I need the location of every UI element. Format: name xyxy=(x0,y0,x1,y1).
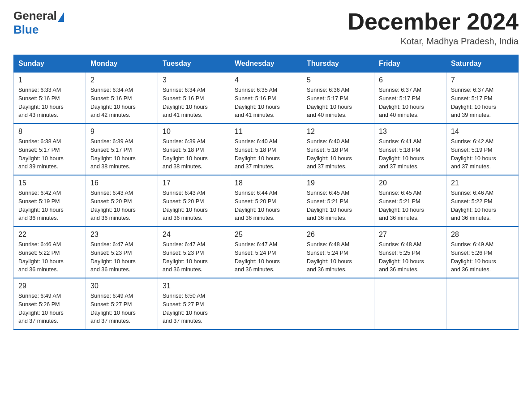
calendar-cell: 2 Sunrise: 6:34 AMSunset: 5:16 PMDayligh… xyxy=(86,73,158,124)
day-number: 12 xyxy=(307,128,369,136)
calendar-cell: 18 Sunrise: 6:44 AMSunset: 5:20 PMDaylig… xyxy=(230,175,302,227)
weekday-header-tuesday: Tuesday xyxy=(158,55,230,73)
calendar-cell: 16 Sunrise: 6:43 AMSunset: 5:20 PMDaylig… xyxy=(86,175,158,227)
calendar-table: SundayMondayTuesdayWednesdayThursdayFrid… xyxy=(13,55,519,330)
week-row-4: 22 Sunrise: 6:46 AMSunset: 5:22 PMDaylig… xyxy=(14,227,519,278)
calendar-cell: 27 Sunrise: 6:48 AMSunset: 5:25 PMDaylig… xyxy=(374,227,446,278)
calendar-cell: 30 Sunrise: 6:49 AMSunset: 5:27 PMDaylig… xyxy=(86,278,158,330)
day-info: Sunrise: 6:45 AMSunset: 5:21 PMDaylight:… xyxy=(307,189,369,223)
calendar-cell: 17 Sunrise: 6:43 AMSunset: 5:20 PMDaylig… xyxy=(158,175,230,227)
logo-blue-text: Blue xyxy=(13,23,39,37)
day-number: 28 xyxy=(451,231,514,239)
day-number: 2 xyxy=(90,76,153,84)
weekday-header-friday: Friday xyxy=(374,55,446,73)
day-info: Sunrise: 6:35 AMSunset: 5:16 PMDaylight:… xyxy=(235,86,297,120)
calendar-cell: 24 Sunrise: 6:47 AMSunset: 5:23 PMDaylig… xyxy=(158,227,230,278)
day-number: 6 xyxy=(379,76,442,84)
calendar-cell: 6 Sunrise: 6:37 AMSunset: 5:17 PMDayligh… xyxy=(374,73,446,124)
day-info: Sunrise: 6:47 AMSunset: 5:23 PMDaylight:… xyxy=(90,240,153,274)
day-info: Sunrise: 6:42 AMSunset: 5:19 PMDaylight:… xyxy=(18,189,81,223)
calendar-cell: 10 Sunrise: 6:39 AMSunset: 5:18 PMDaylig… xyxy=(158,124,230,175)
calendar-cell xyxy=(374,278,446,330)
day-info: Sunrise: 6:34 AMSunset: 5:16 PMDaylight:… xyxy=(163,86,225,120)
calendar-cell: 5 Sunrise: 6:36 AMSunset: 5:17 PMDayligh… xyxy=(302,73,374,124)
calendar-subtitle: Kotar, Madhya Pradesh, India xyxy=(348,36,519,47)
weekday-header-thursday: Thursday xyxy=(302,55,374,73)
calendar-cell xyxy=(446,278,519,330)
calendar-cell: 25 Sunrise: 6:47 AMSunset: 5:24 PMDaylig… xyxy=(230,227,302,278)
day-info: Sunrise: 6:38 AMSunset: 5:17 PMDaylight:… xyxy=(18,137,81,171)
day-number: 17 xyxy=(163,179,225,187)
day-number: 13 xyxy=(379,128,442,136)
calendar-cell xyxy=(302,278,374,330)
calendar-cell: 13 Sunrise: 6:41 AMSunset: 5:18 PMDaylig… xyxy=(374,124,446,175)
day-info: Sunrise: 6:49 AMSunset: 5:26 PMDaylight:… xyxy=(18,292,81,325)
day-info: Sunrise: 6:36 AMSunset: 5:17 PMDaylight:… xyxy=(307,86,369,120)
weekday-header-saturday: Saturday xyxy=(446,55,519,73)
day-info: Sunrise: 6:48 AMSunset: 5:25 PMDaylight:… xyxy=(379,240,442,274)
day-info: Sunrise: 6:39 AMSunset: 5:18 PMDaylight:… xyxy=(163,137,225,171)
weekday-header-sunday: Sunday xyxy=(14,55,86,73)
day-number: 30 xyxy=(90,282,153,290)
day-info: Sunrise: 6:40 AMSunset: 5:18 PMDaylight:… xyxy=(235,137,297,171)
calendar-cell: 8 Sunrise: 6:38 AMSunset: 5:17 PMDayligh… xyxy=(14,124,86,175)
calendar-cell xyxy=(230,278,302,330)
day-number: 8 xyxy=(18,128,81,136)
day-info: Sunrise: 6:37 AMSunset: 5:17 PMDaylight:… xyxy=(379,86,442,120)
day-number: 9 xyxy=(90,128,153,136)
day-number: 7 xyxy=(451,76,514,84)
day-info: Sunrise: 6:39 AMSunset: 5:17 PMDaylight:… xyxy=(90,137,153,171)
calendar-cell: 4 Sunrise: 6:35 AMSunset: 5:16 PMDayligh… xyxy=(230,73,302,124)
weekday-header-row: SundayMondayTuesdayWednesdayThursdayFrid… xyxy=(14,55,519,73)
day-info: Sunrise: 6:46 AMSunset: 5:22 PMDaylight:… xyxy=(18,240,81,274)
page-header: General Blue December 2024 Kotar, Madhya… xyxy=(13,9,519,47)
week-row-2: 8 Sunrise: 6:38 AMSunset: 5:17 PMDayligh… xyxy=(14,124,519,175)
day-number: 20 xyxy=(379,179,442,187)
day-number: 10 xyxy=(163,128,225,136)
day-info: Sunrise: 6:46 AMSunset: 5:22 PMDaylight:… xyxy=(451,189,514,223)
day-number: 25 xyxy=(235,231,297,239)
day-number: 15 xyxy=(18,179,81,187)
day-number: 11 xyxy=(235,128,297,136)
day-info: Sunrise: 6:49 AMSunset: 5:27 PMDaylight:… xyxy=(90,292,153,325)
title-section: December 2024 Kotar, Madhya Pradesh, Ind… xyxy=(348,9,519,47)
day-info: Sunrise: 6:33 AMSunset: 5:16 PMDaylight:… xyxy=(18,86,81,120)
day-number: 22 xyxy=(18,231,81,239)
calendar-cell: 14 Sunrise: 6:42 AMSunset: 5:19 PMDaylig… xyxy=(446,124,519,175)
day-number: 5 xyxy=(307,76,369,84)
calendar-cell: 11 Sunrise: 6:40 AMSunset: 5:18 PMDaylig… xyxy=(230,124,302,175)
day-info: Sunrise: 6:47 AMSunset: 5:24 PMDaylight:… xyxy=(235,240,297,274)
week-row-1: 1 Sunrise: 6:33 AMSunset: 5:16 PMDayligh… xyxy=(14,73,519,124)
day-info: Sunrise: 6:50 AMSunset: 5:27 PMDaylight:… xyxy=(163,292,225,325)
calendar-cell: 29 Sunrise: 6:49 AMSunset: 5:26 PMDaylig… xyxy=(14,278,86,330)
logo-general-text: General xyxy=(13,9,57,23)
calendar-cell: 20 Sunrise: 6:45 AMSunset: 5:21 PMDaylig… xyxy=(374,175,446,227)
day-info: Sunrise: 6:44 AMSunset: 5:20 PMDaylight:… xyxy=(235,189,297,223)
calendar-cell: 7 Sunrise: 6:37 AMSunset: 5:17 PMDayligh… xyxy=(446,73,519,124)
day-info: Sunrise: 6:37 AMSunset: 5:17 PMDaylight:… xyxy=(451,86,514,120)
calendar-cell: 21 Sunrise: 6:46 AMSunset: 5:22 PMDaylig… xyxy=(446,175,519,227)
calendar-cell: 28 Sunrise: 6:49 AMSunset: 5:26 PMDaylig… xyxy=(446,227,519,278)
calendar-cell: 9 Sunrise: 6:39 AMSunset: 5:17 PMDayligh… xyxy=(86,124,158,175)
day-info: Sunrise: 6:49 AMSunset: 5:26 PMDaylight:… xyxy=(451,240,514,274)
day-info: Sunrise: 6:43 AMSunset: 5:20 PMDaylight:… xyxy=(163,189,225,223)
day-number: 4 xyxy=(235,76,297,84)
calendar-cell: 15 Sunrise: 6:42 AMSunset: 5:19 PMDaylig… xyxy=(14,175,86,227)
day-info: Sunrise: 6:34 AMSunset: 5:16 PMDaylight:… xyxy=(90,86,153,120)
calendar-title: December 2024 xyxy=(348,9,519,34)
day-number: 29 xyxy=(18,282,81,290)
logo-triangle-icon xyxy=(58,12,64,22)
day-info: Sunrise: 6:43 AMSunset: 5:20 PMDaylight:… xyxy=(90,189,153,223)
day-number: 31 xyxy=(163,282,225,290)
day-number: 14 xyxy=(451,128,514,136)
day-info: Sunrise: 6:42 AMSunset: 5:19 PMDaylight:… xyxy=(451,137,514,171)
day-number: 3 xyxy=(163,76,225,84)
logo: General Blue xyxy=(13,9,64,37)
day-info: Sunrise: 6:45 AMSunset: 5:21 PMDaylight:… xyxy=(379,189,442,223)
day-number: 23 xyxy=(90,231,153,239)
day-number: 27 xyxy=(379,231,442,239)
day-info: Sunrise: 6:41 AMSunset: 5:18 PMDaylight:… xyxy=(379,137,442,171)
calendar-cell: 19 Sunrise: 6:45 AMSunset: 5:21 PMDaylig… xyxy=(302,175,374,227)
calendar-cell: 12 Sunrise: 6:40 AMSunset: 5:18 PMDaylig… xyxy=(302,124,374,175)
calendar-cell: 31 Sunrise: 6:50 AMSunset: 5:27 PMDaylig… xyxy=(158,278,230,330)
